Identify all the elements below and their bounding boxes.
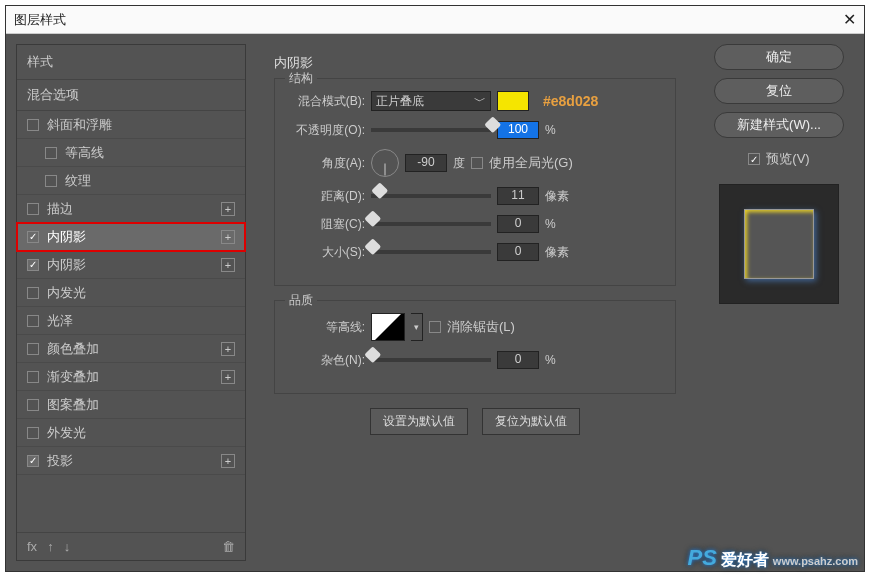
dialog-title: 图层样式 (14, 11, 66, 29)
style-row-颜色叠加[interactable]: 颜色叠加+ (17, 335, 245, 363)
styles-footer: fx ↑ ↓ 🗑 (17, 532, 245, 560)
preview-toggle[interactable]: 预览(V) (748, 150, 809, 168)
style-label: 描边 (47, 200, 73, 218)
action-panel: 确定 复位 新建样式(W)... 预览(V) (704, 44, 854, 561)
style-row-渐变叠加[interactable]: 渐变叠加+ (17, 363, 245, 391)
style-row-内阴影[interactable]: 内阴影+ (17, 223, 245, 251)
quality-group: 品质 等高线: ▾ 消除锯齿(L) 杂色(N): 0 % (274, 300, 676, 394)
noise-unit: % (545, 353, 556, 367)
blend-mode-label: 混合模式(B): (289, 93, 365, 110)
style-label: 外发光 (47, 424, 86, 442)
ok-button[interactable]: 确定 (714, 44, 844, 70)
size-unit: 像素 (545, 244, 569, 261)
preview-checkbox-icon (748, 153, 760, 165)
contour-label: 等高线: (289, 319, 365, 336)
style-checkbox[interactable] (27, 343, 39, 355)
add-effect-icon[interactable]: + (221, 342, 235, 356)
style-label: 内阴影 (47, 228, 86, 246)
contour-dropdown-icon[interactable]: ▾ (411, 313, 423, 341)
style-row-等高线[interactable]: 等高线 (17, 139, 245, 167)
arrow-up-icon[interactable]: ↑ (47, 539, 54, 554)
distance-slider[interactable] (371, 194, 491, 198)
reset-default-button[interactable]: 复位为默认值 (482, 408, 580, 435)
add-effect-icon[interactable]: + (221, 370, 235, 384)
noise-label: 杂色(N): (289, 352, 365, 369)
new-style-button[interactable]: 新建样式(W)... (714, 112, 844, 138)
style-label: 颜色叠加 (47, 340, 99, 358)
global-light-label: 使用全局光(G) (489, 154, 573, 172)
opacity-label: 不透明度(O): (289, 122, 365, 139)
style-row-斜面和浮雕[interactable]: 斜面和浮雕 (17, 111, 245, 139)
choke-label: 阻塞(C): (289, 216, 365, 233)
add-effect-icon[interactable]: + (221, 202, 235, 216)
global-light-checkbox[interactable] (471, 157, 483, 169)
noise-field[interactable]: 0 (497, 351, 539, 369)
angle-unit: 度 (453, 155, 465, 172)
watermark: PS 爱好者 www.psahz.com (687, 545, 858, 571)
style-row-内发光[interactable]: 内发光 (17, 279, 245, 307)
opacity-field[interactable]: 100 (497, 121, 539, 139)
quality-title: 品质 (285, 292, 317, 309)
distance-field[interactable]: 11 (497, 187, 539, 205)
add-effect-icon[interactable]: + (221, 258, 235, 272)
structure-title: 结构 (285, 70, 317, 87)
distance-label: 距离(D): (289, 188, 365, 205)
style-label: 渐变叠加 (47, 368, 99, 386)
style-row-图案叠加[interactable]: 图案叠加 (17, 391, 245, 419)
preview-swatch (744, 209, 814, 279)
style-row-描边[interactable]: 描边+ (17, 195, 245, 223)
size-label: 大小(S): (289, 244, 365, 261)
size-field[interactable]: 0 (497, 243, 539, 261)
choke-slider[interactable] (371, 222, 491, 226)
style-label: 内阴影 (47, 256, 86, 274)
style-checkbox[interactable] (45, 147, 57, 159)
close-icon[interactable]: ✕ (843, 10, 856, 29)
contour-picker[interactable] (371, 313, 405, 341)
blend-mode-value: 正片叠底 (376, 93, 424, 110)
blending-options[interactable]: 混合选项 (17, 80, 245, 111)
angle-field[interactable]: -90 (405, 154, 447, 172)
make-default-button[interactable]: 设置为默认值 (370, 408, 468, 435)
style-checkbox[interactable] (27, 399, 39, 411)
fx-icon[interactable]: fx (27, 539, 37, 554)
titlebar: 图层样式 ✕ (6, 6, 864, 34)
cancel-button[interactable]: 复位 (714, 78, 844, 104)
style-row-外发光[interactable]: 外发光 (17, 419, 245, 447)
style-row-投影[interactable]: 投影+ (17, 447, 245, 475)
angle-label: 角度(A): (289, 155, 365, 172)
opacity-slider[interactable] (371, 128, 491, 132)
antialias-label: 消除锯齿(L) (447, 318, 515, 336)
style-checkbox[interactable] (27, 427, 39, 439)
styles-header: 样式 (17, 45, 245, 80)
style-checkbox[interactable] (27, 119, 39, 131)
style-checkbox[interactable] (27, 203, 39, 215)
preview-box (719, 184, 839, 304)
layer-style-dialog: 图层样式 ✕ 样式 混合选项 斜面和浮雕等高线纹理描边+内阴影+内阴影+内发光光… (5, 5, 865, 572)
add-effect-icon[interactable]: + (221, 230, 235, 244)
blend-mode-select[interactable]: 正片叠底 ﹀ (371, 91, 491, 111)
size-slider[interactable] (371, 250, 491, 254)
trash-icon[interactable]: 🗑 (222, 539, 235, 554)
angle-dial[interactable] (371, 149, 399, 177)
style-label: 投影 (47, 452, 73, 470)
style-label: 内发光 (47, 284, 86, 302)
style-checkbox[interactable] (27, 259, 39, 271)
color-annotation: #e8d028 (543, 93, 598, 109)
opacity-unit: % (545, 123, 556, 137)
antialias-checkbox[interactable] (429, 321, 441, 333)
arrow-down-icon[interactable]: ↓ (64, 539, 71, 554)
noise-slider[interactable] (371, 358, 491, 362)
style-row-纹理[interactable]: 纹理 (17, 167, 245, 195)
style-checkbox[interactable] (45, 175, 57, 187)
style-checkbox[interactable] (27, 287, 39, 299)
color-swatch[interactable] (497, 91, 529, 111)
style-row-内阴影[interactable]: 内阴影+ (17, 251, 245, 279)
choke-field[interactable]: 0 (497, 215, 539, 233)
style-checkbox[interactable] (27, 455, 39, 467)
style-checkbox[interactable] (27, 315, 39, 327)
preview-label: 预览(V) (766, 150, 809, 168)
style-checkbox[interactable] (27, 231, 39, 243)
add-effect-icon[interactable]: + (221, 454, 235, 468)
style-row-光泽[interactable]: 光泽 (17, 307, 245, 335)
style-checkbox[interactable] (27, 371, 39, 383)
